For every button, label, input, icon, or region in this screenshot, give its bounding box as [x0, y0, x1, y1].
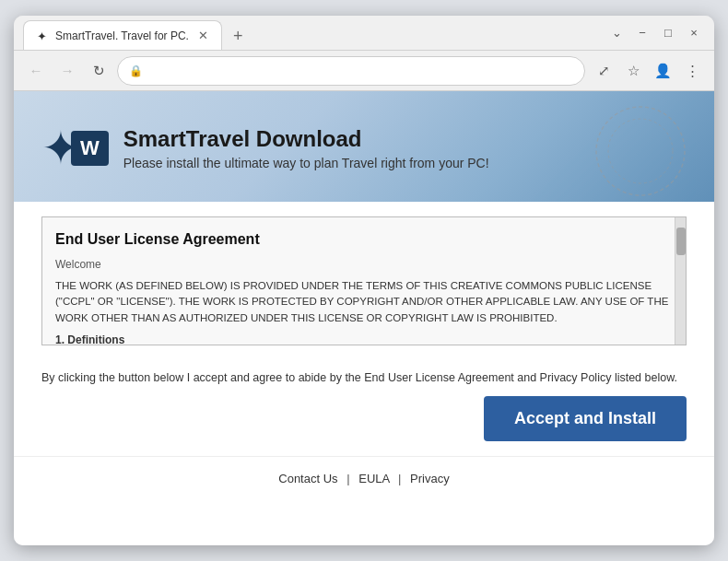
- browser-window: ✦ SmartTravel. Travel for PC. ✕ + ⌄ − □ …: [14, 16, 714, 545]
- eula-section1-title: 1. Definitions: [55, 332, 673, 345]
- tab-area: ✦ SmartTravel. Travel for PC. ✕ +: [23, 16, 605, 50]
- active-tab[interactable]: ✦ SmartTravel. Travel for PC. ✕: [23, 20, 222, 50]
- eula-body-text: THE WORK (AS DEFINED BELOW) IS PROVIDED …: [55, 278, 673, 326]
- page-subtitle: Please install the ultimate way to plan …: [123, 156, 489, 170]
- eula-box[interactable]: End User License Agreement Welcome THE W…: [41, 216, 687, 345]
- title-bar: ✦ SmartTravel. Travel for PC. ✕ + ⌄ − □ …: [14, 16, 714, 51]
- page-title: SmartTravel Download: [123, 126, 489, 152]
- close-button[interactable]: ×: [683, 24, 705, 42]
- contact-us-link[interactable]: Contact Us: [278, 472, 337, 485]
- nav-bar: ← → ↻ 🔒 ⤢ ☆ 👤 ⋮: [14, 51, 714, 91]
- new-tab-button[interactable]: +: [228, 23, 249, 50]
- reload-button[interactable]: ↻: [86, 58, 112, 84]
- tab-close-icon[interactable]: ✕: [198, 29, 208, 42]
- window-controls: ⌄ − □ ×: [605, 24, 705, 42]
- chevron-down-icon[interactable]: ⌄: [605, 24, 628, 42]
- menu-button[interactable]: ⋮: [679, 58, 705, 84]
- nav-actions: ⤢ ☆ 👤 ⋮: [591, 58, 705, 84]
- eula-section: End User License Agreement Welcome THE W…: [14, 202, 714, 360]
- back-button[interactable]: ←: [23, 58, 49, 84]
- footer-separator-1: |: [346, 472, 349, 485]
- tab-title: SmartTravel. Travel for PC.: [55, 29, 189, 42]
- scrollbar[interactable]: [675, 217, 686, 345]
- address-bar[interactable]: 🔒: [117, 56, 585, 86]
- maximize-button[interactable]: □: [657, 24, 679, 42]
- consent-text: By clicking the button below I accept an…: [14, 360, 714, 387]
- lock-icon: 🔒: [129, 64, 143, 77]
- button-area: Accept and Install: [14, 387, 714, 456]
- privacy-link[interactable]: Privacy: [410, 472, 450, 485]
- eula-heading: End User License Agreement: [55, 228, 673, 251]
- forward-button[interactable]: →: [54, 58, 80, 84]
- scrollbar-thumb[interactable]: [676, 228, 686, 255]
- accept-install-button[interactable]: Accept and Install: [484, 396, 687, 441]
- footer-separator-2: |: [398, 472, 401, 485]
- page-footer: Contact Us | EULA | Privacy: [14, 456, 714, 500]
- tab-favicon-icon: ✦: [37, 29, 50, 42]
- eula-link[interactable]: EULA: [358, 472, 389, 485]
- consent-paragraph: By clicking the button below I accept an…: [41, 369, 687, 387]
- hero-text: SmartTravel Download Please install the …: [123, 126, 489, 170]
- logo-container: ✦ W: [41, 125, 109, 171]
- logo-w: W: [71, 131, 109, 166]
- hero-banner: ✦ W SmartTravel Download Please install …: [14, 91, 714, 202]
- eula-welcome: Welcome: [55, 256, 673, 273]
- share-button[interactable]: ⤢: [591, 58, 616, 84]
- bookmark-button[interactable]: ☆: [620, 58, 646, 84]
- profile-button[interactable]: 👤: [650, 58, 675, 84]
- minimize-button[interactable]: −: [631, 24, 653, 42]
- page-content: ✦ W SmartTravel Download Please install …: [14, 91, 714, 545]
